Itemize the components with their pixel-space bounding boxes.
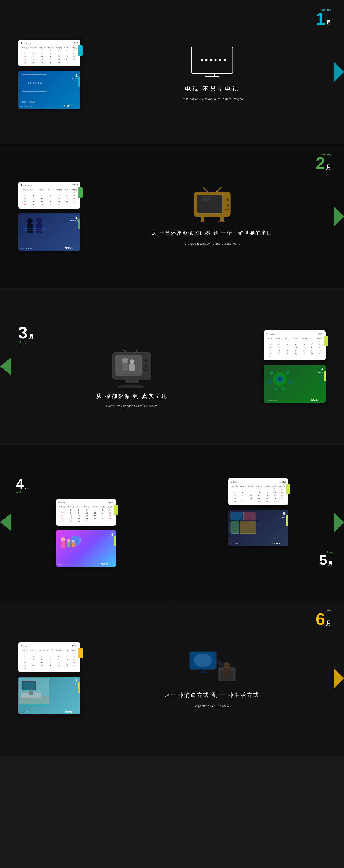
svg-rect-58	[67, 542, 70, 547]
svg-rect-63	[231, 521, 239, 534]
march-tagline-en: From fuzzy images to lifelike shows	[106, 404, 157, 408]
svg-point-37	[145, 365, 147, 368]
svg-rect-27	[219, 221, 225, 222]
march-en: March	[18, 341, 27, 344]
feb-phone: 96655	[65, 247, 72, 250]
svg-rect-85	[224, 669, 230, 676]
section-january: 1 January 2013 Sun.(日)Mon.(一)Tue.(二)Wed.…	[0, 0, 344, 144]
march-peacock	[265, 366, 295, 392]
may-tab-1	[286, 484, 290, 494]
jan-chevron-right	[334, 62, 344, 82]
svg-point-2	[205, 59, 207, 61]
svg-point-46	[270, 371, 274, 375]
jan-label: January 1 月	[316, 8, 332, 26]
section-february: 2 February 2013 Sun.(日)Mon.(一)Tue.(二)Wed…	[0, 144, 344, 289]
svg-point-19	[226, 198, 229, 201]
may-zh: 月	[328, 560, 333, 566]
april-tab-2	[114, 536, 116, 546]
svg-point-42	[117, 385, 144, 388]
feb-chevron-right	[334, 206, 344, 227]
svg-point-47	[286, 371, 290, 375]
jan-right-content: 电视 不只是电视 TV is not only a machine to res…	[80, 43, 344, 101]
april-chevron-left	[0, 513, 11, 531]
svg-marker-52	[0, 513, 11, 531]
april-calendar-card: 4 April 2013 Sun.(日)Mon.(一)Tue.(二)Wed.(三…	[56, 499, 116, 526]
svg-rect-26	[200, 221, 205, 222]
march-tab-2	[324, 371, 326, 381]
svg-rect-83	[233, 669, 236, 681]
svg-marker-65	[334, 512, 344, 532]
may-card-month: 5 May	[282, 512, 285, 518]
april-half: 4 月 April 4 April 2013 Sun.(日)Mon.(一)Tue…	[0, 444, 172, 600]
june-tagline-zh: 从一种消遣方式 到 一种生活方式	[165, 691, 259, 699]
march-tab-1	[324, 336, 328, 346]
svg-point-51	[281, 387, 285, 391]
april-year: 2013	[108, 501, 113, 504]
feb-cards: 2 February 2013 Sun.(日)Mon.(一)Tue.(二)Wed…	[18, 182, 80, 251]
svg-point-49	[288, 380, 292, 384]
april-en: April	[16, 491, 22, 494]
svg-point-50	[275, 387, 278, 391]
svg-point-5	[219, 59, 221, 61]
march-website: www.sc96655.com	[265, 399, 277, 401]
svg-line-22	[203, 187, 207, 192]
march-left: 3 月 March 从 模糊影像 到 真	[0, 316, 264, 417]
jan-tab-2	[79, 77, 80, 87]
svg-point-57	[67, 539, 70, 542]
june-year: 2013	[73, 645, 78, 647]
svg-point-48	[268, 380, 271, 384]
svg-line-40	[135, 349, 139, 352]
january-cards: 1 January 2013 Sun.(日)Mon.(一)Tue.(二)Wed.…	[18, 40, 80, 109]
may-cal-grid: Sun.(日)Mon.(一)Tue.(二)Wed.(三)Thu.(四)Fri.(…	[231, 485, 286, 503]
jan-year-1: 2013	[73, 42, 78, 45]
feb-tab-2	[79, 219, 80, 229]
june-phone: 96655	[65, 710, 72, 713]
svg-point-59	[72, 540, 75, 542]
june-person-tv	[187, 649, 237, 686]
march-zh: 月	[28, 333, 34, 340]
jan-tab-1	[79, 45, 83, 56]
feb-silhouette	[21, 215, 48, 238]
june-right-content: 从一种消遣方式 到 一种生活方式 A pastime to a life sty…	[80, 649, 344, 708]
svg-marker-86	[334, 668, 344, 689]
may-num: 5	[319, 554, 327, 566]
march-chevron-left	[0, 357, 11, 376]
april-label: 4 月 April	[16, 478, 29, 494]
may-preview-card: 5 May www.sc96655.com 96655	[228, 509, 288, 546]
jan-calendar-card: 1 January 2013 Sun.(日)Mon.(一)Tue.(二)Wed.…	[18, 40, 80, 66]
feb-tab-1	[79, 187, 83, 198]
march-num: 3	[18, 326, 28, 340]
april-phone: 96655	[101, 563, 108, 565]
svg-rect-64	[240, 521, 256, 534]
june-cards: 6 June 2013 Sun.(日)Mon.(一)Tue.(二)Wed.(三)…	[18, 642, 80, 714]
may-tab-2	[286, 515, 288, 526]
svg-point-55	[61, 537, 65, 541]
feb-cal-grid: Sun.(日)Mon.(一)Tue.(二)Wed.(三)Thu.(四)Fri.(…	[21, 188, 78, 206]
svg-rect-73	[29, 692, 33, 694]
feb-label: February 2 月	[316, 152, 332, 171]
section-march: 3 月 March 从 模糊影像 到 真	[0, 289, 344, 444]
june-tagline-en: A pastime to a life style	[195, 704, 229, 708]
may-website: www.sc96655.com	[230, 543, 242, 545]
svg-point-18	[202, 196, 211, 202]
jan-card-month: 1 January	[71, 73, 78, 80]
svg-point-72	[29, 689, 33, 692]
april-month-name: April	[61, 502, 65, 504]
svg-rect-62	[243, 512, 256, 520]
svg-rect-79	[198, 672, 207, 673]
svg-rect-41	[125, 380, 139, 383]
feb-website: www.sc96655.com	[20, 248, 32, 249]
svg-rect-8	[205, 76, 219, 77]
march-year: 2013	[318, 333, 323, 336]
svg-marker-29	[0, 357, 11, 376]
jan-tagline-en: TV is not only a machine to restore imag…	[181, 97, 243, 101]
svg-point-1	[201, 59, 203, 61]
svg-point-77	[194, 653, 212, 667]
jan-zh-label: 月	[326, 19, 332, 26]
svg-marker-9	[334, 62, 344, 82]
svg-rect-82	[218, 669, 221, 681]
svg-point-84	[224, 662, 230, 669]
svg-point-12	[36, 217, 42, 224]
may-calendar-card: 5 May 2013 Sun.(日)Mon.(一)Tue.(二)Wed.(三)T…	[228, 478, 288, 505]
svg-rect-15	[23, 230, 46, 231]
